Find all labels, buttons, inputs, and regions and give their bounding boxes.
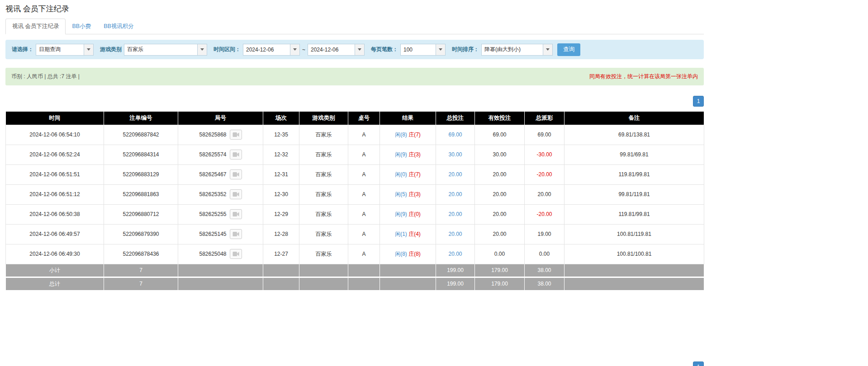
round-replay-button[interactable]: [230, 229, 242, 239]
time-cell: 2024-12-06 06:49:30: [6, 244, 104, 264]
empty-cell: [380, 264, 436, 277]
round-replay-button[interactable]: [230, 169, 242, 179]
empty-cell: [178, 264, 263, 277]
game-type-cell: 百家乐: [299, 204, 348, 224]
total-bet-link[interactable]: 20.00: [448, 231, 462, 237]
total-bet-link[interactable]: 69.00: [448, 131, 462, 138]
valid-bet-cell: 0.00: [475, 244, 525, 264]
tab-bb-video-points[interactable]: BB视讯积分: [97, 19, 140, 34]
subtotal-valid-bet: 179.00: [475, 264, 525, 277]
chevron-down-icon[interactable]: [84, 44, 94, 56]
subtotal-total-bet: 199.00: [436, 264, 475, 277]
total-bet-link[interactable]: 20.00: [448, 211, 462, 217]
total-total-bet: 199.00: [436, 277, 475, 290]
records-table: 时间注单编号局号场次游戏类别桌号结果总投注有效投注总派彩备注 2024-12-0…: [5, 112, 704, 290]
table-row: 2024-12-06 06:52:24522096884314582625574…: [6, 145, 704, 164]
page-button-1[interactable]: 1: [693, 96, 704, 107]
empty-cell: [348, 264, 380, 277]
payout-cell: 20.00: [525, 184, 564, 204]
chevron-down-icon[interactable]: [197, 44, 207, 56]
total-bet-link[interactable]: 20.00: [448, 171, 462, 178]
table-no-cell: A: [348, 244, 380, 264]
table-no-cell: A: [348, 204, 380, 224]
game-type-cell: 百家乐: [299, 244, 348, 264]
result-player: 闲(9): [395, 211, 407, 217]
round-replay-button[interactable]: [230, 150, 242, 160]
time-cell: 2024-12-06 06:51:12: [6, 184, 104, 204]
summary-currency-count: 币别 : 人民币 | 总共 :7 注单 |: [11, 73, 80, 80]
result-banker: 庄(7): [408, 131, 421, 138]
date-to-input[interactable]: [308, 44, 355, 56]
query-type-input[interactable]: [36, 44, 84, 56]
table-row: 2024-12-06 06:51:51522096883129582625467…: [6, 164, 704, 184]
result-cell: 闲(9) 庄(3): [380, 145, 436, 164]
bet-id-cell: 522096880712: [104, 204, 178, 224]
result-cell: 闲(8) 庄(7): [380, 125, 436, 145]
tab-bb-tips[interactable]: BB小费: [66, 19, 97, 34]
result-banker: 庄(8): [408, 251, 421, 257]
column-header: 局号: [178, 112, 263, 125]
column-header: 场次: [263, 112, 299, 125]
game-type-input[interactable]: [124, 44, 197, 56]
round-id: 582625255: [199, 211, 226, 217]
result-player: 闲(8): [395, 131, 407, 138]
round-id: 582625048: [199, 251, 226, 257]
page-size-input[interactable]: [400, 44, 436, 56]
session-cell: 12-29: [263, 204, 299, 224]
video-icon: [232, 132, 239, 137]
pagination-bottom: 1: [5, 361, 704, 366]
chevron-down-icon[interactable]: [290, 44, 300, 56]
column-header: 总派彩: [525, 112, 564, 125]
sort-order-combobox: [481, 44, 553, 56]
round-id: 582625352: [199, 191, 226, 197]
game-type-cell: 百家乐: [299, 184, 348, 204]
summary-bar: 币别 : 人民币 | 总共 :7 注单 | 同局有效投注，统一计算在该局第一张注…: [5, 68, 704, 85]
note-cell: 119.81/99.81: [564, 204, 704, 224]
total-bet-link[interactable]: 20.00: [448, 191, 462, 197]
search-button[interactable]: 查询: [557, 43, 580, 56]
round-replay-button[interactable]: [230, 130, 242, 140]
page-button-1[interactable]: 1: [693, 361, 704, 366]
session-cell: 12-31: [263, 164, 299, 184]
result-banker: 庄(4): [408, 231, 421, 237]
session-cell: 12-30: [263, 184, 299, 204]
game-type-combobox: [124, 44, 207, 56]
game-type-cell: 百家乐: [299, 125, 348, 145]
round-cell: 582625467: [178, 164, 263, 184]
payout-cell: -30.00: [525, 145, 564, 164]
tab-betting-records[interactable]: 视讯 会员下注纪录: [5, 19, 66, 34]
session-cell: 12-32: [263, 145, 299, 164]
round-cell: 582625048: [178, 244, 263, 264]
total-bet-link[interactable]: 30.00: [448, 151, 462, 158]
total-bet-link[interactable]: 20.00: [448, 251, 462, 257]
total-bet-cell: 20.00: [436, 204, 475, 224]
column-header: 桌号: [348, 112, 380, 125]
payout-cell: -20.00: [525, 204, 564, 224]
round-cell: 582625255: [178, 204, 263, 224]
chevron-down-icon[interactable]: [436, 44, 446, 56]
round-replay-button[interactable]: [230, 249, 242, 259]
date-from-combobox: [243, 44, 300, 56]
query-type-combobox: [36, 44, 94, 56]
empty-cell: [299, 264, 348, 277]
sort-order-input[interactable]: [481, 44, 543, 56]
valid-bet-cell: 30.00: [475, 145, 525, 164]
chevron-down-icon[interactable]: [355, 44, 365, 56]
total-bet-cell: 20.00: [436, 224, 475, 244]
round-replay-button[interactable]: [230, 209, 242, 219]
date-to-combobox: [308, 44, 365, 56]
round-cell: 582625145: [178, 224, 263, 244]
date-from-input[interactable]: [243, 44, 290, 56]
page-size-label: 每页笔数：: [371, 46, 398, 53]
payout-cell: 0.00: [525, 244, 564, 264]
bet-id-cell: 522096878436: [104, 244, 178, 264]
video-icon: [232, 211, 239, 217]
time-cell: 2024-12-06 06:50:38: [6, 204, 104, 224]
column-header: 注单编号: [104, 112, 178, 125]
round-replay-button[interactable]: [230, 189, 242, 199]
table-row: 2024-12-06 06:49:57522096879390582625145…: [6, 224, 704, 244]
chevron-down-icon[interactable]: [543, 44, 553, 56]
page-title: 视讯 会员下注纪录: [5, 4, 704, 14]
bet-id-cell: 522096881863: [104, 184, 178, 204]
table-row: 2024-12-06 06:49:30522096878436582625048…: [6, 244, 704, 264]
